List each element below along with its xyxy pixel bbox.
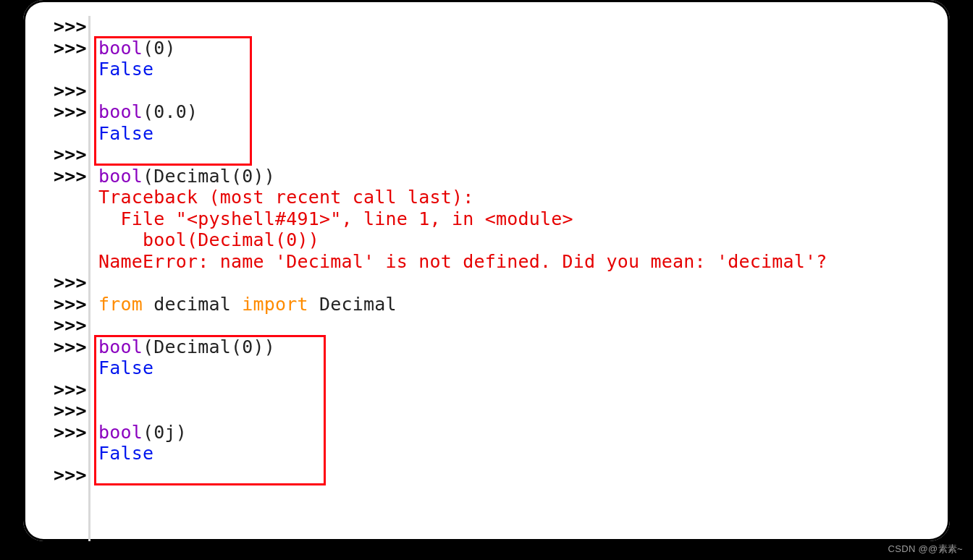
- repl-prompt: >>>: [54, 166, 87, 187]
- token-fn: bool: [98, 166, 143, 187]
- code-line: >>>: [32, 16, 950, 38]
- repl-prompt: >>>: [54, 422, 87, 444]
- token-plain: (Decimal(0)): [143, 336, 275, 357]
- token-plain: (0j): [143, 422, 187, 443]
- code-text: bool(Decimal(0)): [98, 229, 319, 251]
- token-out: False: [98, 59, 153, 80]
- code-line: >>>: [32, 379, 950, 401]
- repl-prompt: >>>: [54, 16, 87, 38]
- repl-prompt: >>>: [54, 144, 87, 166]
- repl-prompt: >>>: [54, 101, 87, 123]
- code-text: File "<pyshell#491>", line 1, in <module…: [98, 208, 573, 230]
- code-line: >>>bool(Decimal(0)): [32, 336, 950, 358]
- repl-prompt: >>>: [54, 315, 87, 336]
- code-text: bool(0.0): [98, 101, 198, 123]
- code-line: Traceback (most recent call last):: [32, 187, 950, 208]
- token-plain: (Decimal(0)): [143, 166, 275, 187]
- code-line: >>>bool(Decimal(0)): [32, 166, 950, 187]
- repl-prompt: >>>: [54, 464, 87, 486]
- code-text: bool(0): [98, 38, 176, 59]
- token-kw: from: [98, 294, 143, 315]
- token-fn: bool: [98, 101, 143, 122]
- token-plain: decimal: [143, 294, 242, 315]
- repl-prompt: >>>: [54, 38, 87, 59]
- code-line: >>>: [32, 272, 950, 294]
- code-area: >>>>>>bool(0)False>>>>>>bool(0.0)False>>…: [32, 16, 950, 485]
- token-out: False: [98, 443, 153, 464]
- code-line: >>>bool(0): [32, 38, 950, 59]
- code-text: False: [98, 443, 153, 464]
- code-line: NameError: name 'Decimal' is not defined…: [32, 251, 950, 273]
- code-line: False: [32, 59, 950, 80]
- code-line: >>>: [32, 400, 950, 422]
- repl-prompt: >>>: [54, 379, 87, 401]
- code-text: bool(0j): [98, 422, 187, 444]
- token-err: Traceback (most recent call last):: [98, 187, 474, 208]
- code-text: Traceback (most recent call last):: [98, 187, 474, 208]
- code-text: bool(Decimal(0)): [98, 166, 275, 187]
- code-text: False: [98, 357, 153, 379]
- repl-prompt: >>>: [54, 294, 87, 315]
- token-err: File "<pyshell#491>", line 1, in <module…: [98, 208, 573, 229]
- token-kw: import: [242, 294, 308, 315]
- code-text: NameError: name 'Decimal' is not defined…: [98, 251, 827, 273]
- code-line: >>>bool(0j): [32, 422, 950, 444]
- code-line: File "<pyshell#491>", line 1, in <module…: [32, 208, 950, 230]
- code-text: bool(Decimal(0)): [98, 336, 275, 358]
- token-plain: (0.0): [143, 101, 198, 122]
- token-out: False: [98, 357, 153, 378]
- code-line: bool(Decimal(0)): [32, 229, 950, 251]
- repl-prompt: >>>: [54, 400, 87, 422]
- code-line: False: [32, 443, 950, 464]
- code-line: >>>: [32, 80, 950, 102]
- code-line: False: [32, 357, 950, 379]
- code-line: >>>bool(0.0): [32, 101, 950, 123]
- code-text: False: [98, 59, 153, 80]
- code-line: >>>from decimal import Decimal: [32, 294, 950, 315]
- token-fn: bool: [98, 422, 143, 443]
- token-err: NameError: name 'Decimal' is not defined…: [98, 251, 827, 272]
- token-fn: bool: [98, 38, 143, 59]
- watermark: CSDN @@素素~: [888, 543, 963, 556]
- code-line: >>>: [32, 144, 950, 166]
- code-line: >>>: [32, 464, 950, 486]
- repl-prompt: >>>: [54, 272, 87, 294]
- code-text: from decimal import Decimal: [98, 294, 397, 315]
- repl-prompt: >>>: [54, 336, 87, 358]
- code-line: >>>: [32, 315, 950, 336]
- token-plain: Decimal: [308, 294, 397, 315]
- token-err: bool(Decimal(0)): [98, 229, 319, 250]
- code-card: >>>>>>bool(0)False>>>>>>bool(0.0)False>>…: [23, 0, 950, 541]
- repl-prompt: >>>: [54, 80, 87, 102]
- code-line: False: [32, 123, 950, 145]
- code-text: False: [98, 123, 153, 145]
- token-fn: bool: [98, 336, 143, 357]
- token-out: False: [98, 123, 153, 144]
- token-plain: (0): [143, 38, 176, 59]
